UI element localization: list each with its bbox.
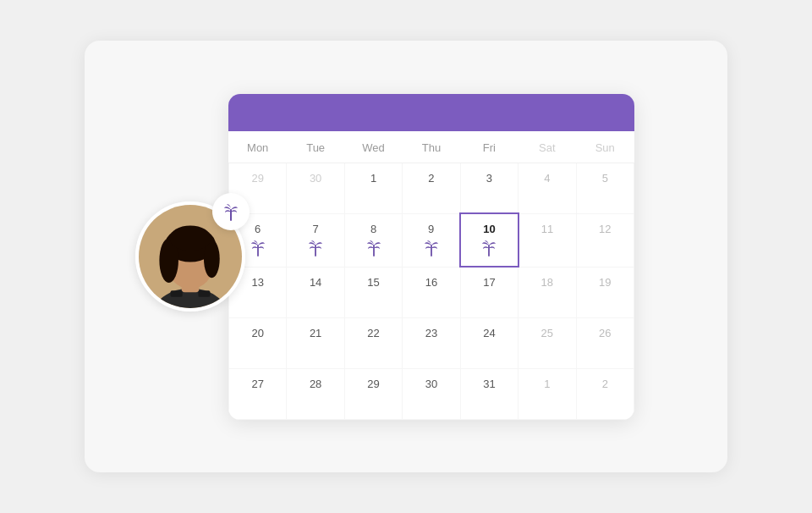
day-number: 10 [461, 223, 517, 235]
day-number: 19 [577, 276, 634, 289]
calendar-day[interactable]: 9 [403, 213, 460, 267]
main-card: MonTueWedThuFriSatSun 2930123456 7 8 9 1… [85, 41, 727, 472]
day-number: 2 [403, 172, 459, 185]
calendar-day[interactable]: 5 [576, 163, 634, 213]
calendar-day[interactable]: 29 [229, 163, 287, 213]
calendar-week-4: 272829303112 [229, 368, 634, 419]
day-number: 6 [229, 223, 286, 235]
calendar-header [228, 94, 634, 131]
day-number: 15 [345, 276, 402, 289]
palm-icon [287, 237, 343, 257]
day-number: 1 [518, 378, 575, 390]
day-number: 29 [345, 378, 402, 390]
calendar-day[interactable]: 14 [287, 267, 344, 317]
day-number: 21 [287, 327, 343, 339]
calendar-day[interactable]: 19 [576, 267, 634, 317]
day-number: 9 [403, 223, 459, 235]
day-number: 2 [577, 378, 634, 390]
calendar-day[interactable]: 29 [344, 368, 402, 419]
palm-icon [461, 237, 517, 257]
calendar-day[interactable]: 30 [403, 368, 460, 419]
day-number: 17 [461, 276, 518, 289]
calendar-week-3: 20212223242526 [229, 317, 634, 368]
calendar-day[interactable]: 28 [287, 368, 344, 419]
calendar-day[interactable]: 1 [344, 163, 402, 213]
weekday-thu: Thu [403, 131, 460, 163]
day-number: 27 [229, 378, 286, 390]
weekday-mon: Mon [229, 131, 287, 163]
day-number: 26 [577, 327, 634, 339]
day-number: 30 [403, 378, 459, 390]
calendar-day[interactable]: 2 [403, 163, 460, 213]
day-number: 14 [287, 276, 343, 289]
calendar-body: MonTueWedThuFriSatSun 2930123456 7 8 9 1… [228, 131, 634, 420]
day-number: 24 [461, 327, 518, 339]
calendar-rows: 2930123456 7 8 9 10 11121314151617181920 [229, 163, 634, 419]
day-number: 12 [577, 223, 634, 235]
day-number: 8 [345, 223, 402, 235]
palm-icon [345, 237, 402, 257]
calendar-day[interactable]: 2 [576, 368, 634, 419]
weekday-sun: Sun [576, 131, 634, 163]
weekday-wed: Wed [344, 131, 402, 163]
svg-rect-8 [171, 290, 183, 297]
calendar-day[interactable]: 26 [576, 317, 634, 368]
calendar-day[interactable]: 25 [518, 317, 576, 368]
svg-point-7 [170, 225, 211, 251]
day-number: 29 [229, 172, 286, 185]
day-number: 31 [461, 378, 518, 390]
calendar-day[interactable]: 27 [229, 368, 287, 419]
calendar-day[interactable]: 30 [287, 163, 344, 213]
day-number: 25 [518, 327, 575, 339]
calendar-day[interactable]: 12 [576, 213, 634, 267]
calendar-day[interactable]: 23 [403, 317, 460, 368]
calendar-day[interactable]: 8 [344, 213, 402, 267]
day-number: 1 [345, 172, 402, 185]
weekday-fri: Fri [460, 131, 518, 163]
day-number: 11 [519, 223, 576, 235]
day-number: 22 [345, 327, 402, 339]
calendar-day[interactable]: 11 [518, 213, 576, 267]
day-number: 30 [287, 172, 343, 185]
calendar-day[interactable]: 1 [518, 368, 576, 419]
calendar-day[interactable]: 4 [518, 163, 576, 213]
calendar-day[interactable]: 16 [403, 267, 460, 317]
calendar-day[interactable]: 22 [344, 317, 402, 368]
calendar-day[interactable]: 31 [460, 368, 518, 419]
calendar-day[interactable]: 20 [229, 317, 287, 368]
day-number: 7 [287, 223, 343, 235]
day-number: 13 [229, 276, 286, 289]
day-number: 20 [229, 327, 286, 339]
weekday-header-row: MonTueWedThuFriSatSun [229, 131, 634, 163]
calendar-day[interactable]: 18 [518, 267, 576, 317]
weekday-sat: Sat [518, 131, 576, 163]
calendar-day[interactable]: 13 [229, 267, 287, 317]
calendar-week-0: 293012345 [229, 163, 634, 213]
calendar-table: MonTueWedThuFriSatSun 2930123456 7 8 9 1… [228, 131, 634, 420]
weekday-tue: Tue [287, 131, 344, 163]
next-month-button[interactable] [597, 109, 611, 116]
calendar-week-1: 6 7 8 9 10 1112 [229, 213, 634, 267]
day-number: 3 [461, 172, 518, 185]
calendar-day[interactable]: 24 [460, 317, 518, 368]
day-number: 28 [287, 378, 343, 390]
calendar-day[interactable]: 17 [460, 267, 518, 317]
calendar-day[interactable]: 15 [344, 267, 402, 317]
calendar-week-2: 13141516171819 [229, 267, 634, 317]
prev-month-button[interactable] [252, 109, 266, 116]
day-number: 16 [403, 276, 459, 289]
calendar-day[interactable]: 6 [229, 213, 287, 267]
palm-icon [229, 237, 286, 257]
day-number: 23 [403, 327, 459, 339]
calendar-day[interactable]: 21 [287, 317, 344, 368]
palm-icon [403, 237, 459, 257]
day-number: 5 [577, 172, 634, 185]
calendar-day[interactable]: 10 [460, 213, 518, 267]
svg-rect-9 [198, 290, 210, 297]
calendar-day[interactable]: 7 [287, 213, 344, 267]
day-number: 18 [518, 276, 575, 289]
calendar-day[interactable]: 3 [460, 163, 518, 213]
day-number: 4 [518, 172, 575, 185]
calendar-card: MonTueWedThuFriSatSun 2930123456 7 8 9 1… [228, 94, 634, 420]
